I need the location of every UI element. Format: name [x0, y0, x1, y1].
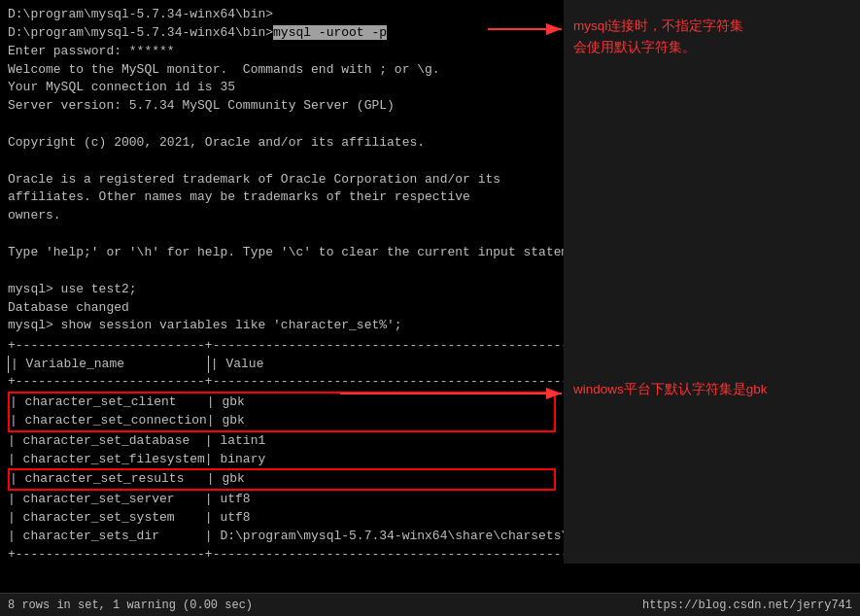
blank-2 [8, 153, 556, 171]
footer-right: https://blog.csdn.net/jerry741 [642, 599, 852, 612]
row-client: | character_set_client | gbk | [10, 394, 554, 412]
path-line-2: D:\program\mysql-5.7.34-winx64\bin>mysql… [8, 24, 556, 43]
blank-4 [8, 262, 556, 281]
row-filesystem: | character_set_filesystem| binary | [8, 451, 556, 469]
annotation-panel: mysql连接时，不指定字符集会使用默认字符集。 windows平台下默认字符集… [564, 0, 860, 564]
table-divider-bot: +-------------------------+-------------… [8, 546, 556, 565]
annotation-mid-text: windows平台下默认字符集是gbk [573, 379, 768, 400]
row-charsets-dir: | character_sets_dir | D:\program\mysql-… [8, 528, 556, 546]
row-system: | character_set_system | utf8 | [8, 509, 556, 528]
help-line: Type 'help;' or '\h' for help. Type '\c'… [8, 244, 556, 262]
oracle-line-3: owners. [8, 207, 556, 225]
oracle-line-2: affiliates. Other names may be trademark… [8, 188, 556, 207]
connection-id: Your MySQL connection id is 35 [8, 79, 556, 97]
oracle-line-1: Oracle is a registered trademark of Orac… [8, 171, 556, 189]
header-variable-name: | Variable_name [8, 356, 209, 373]
row-server: | character_set_server | utf8 | [8, 491, 556, 509]
highlight-group-top: | character_set_client | gbk | | charact… [8, 392, 556, 432]
footer-left: 8 rows in set, 1 warning (0.00 sec) [8, 599, 253, 612]
show-variables: mysql> show session variables like 'char… [8, 317, 556, 335]
copyright-line: Copyright (c) 2000, 2021, Oracle and/or … [8, 134, 556, 153]
row-connection: | character_set_connection| gbk | [10, 412, 554, 430]
enter-password: Enter password: ****** [8, 43, 556, 61]
db-changed: Database changed [8, 299, 556, 318]
table-header-row: | Variable_name | Value | [8, 356, 556, 373]
annotation-top-text: mysql连接时，不指定字符集会使用默认字符集。 [573, 16, 743, 57]
blank-1 [8, 116, 556, 134]
table-divider-top: +-------------------------+-------------… [8, 337, 556, 356]
welcome-line: Welcome to the MySQL monitor. Commands e… [8, 61, 556, 80]
table-divider-mid: +-------------------------+-------------… [8, 373, 556, 392]
bottom-bar: 8 rows in set, 1 warning (0.00 sec) http… [0, 593, 860, 616]
row-results: | character_set_results | gbk | [10, 470, 554, 489]
header-value: | Value | [209, 356, 583, 373]
server-version: Server version: 5.7.34 MySQL Community S… [8, 97, 556, 116]
highlight-group-results: | character_set_results | gbk | [8, 468, 556, 491]
use-test2: mysql> use test2; [8, 281, 556, 299]
blank-3 [8, 225, 556, 244]
row-database: | character_set_database | latin1 | [8, 432, 556, 451]
path-line-1: D:\program\mysql-5.7.34-winx64\bin> [8, 6, 556, 24]
terminal-window: D:\program\mysql-5.7.34-winx64\bin> D:\p… [0, 0, 564, 616]
table-container: +-------------------------+-------------… [8, 337, 556, 564]
